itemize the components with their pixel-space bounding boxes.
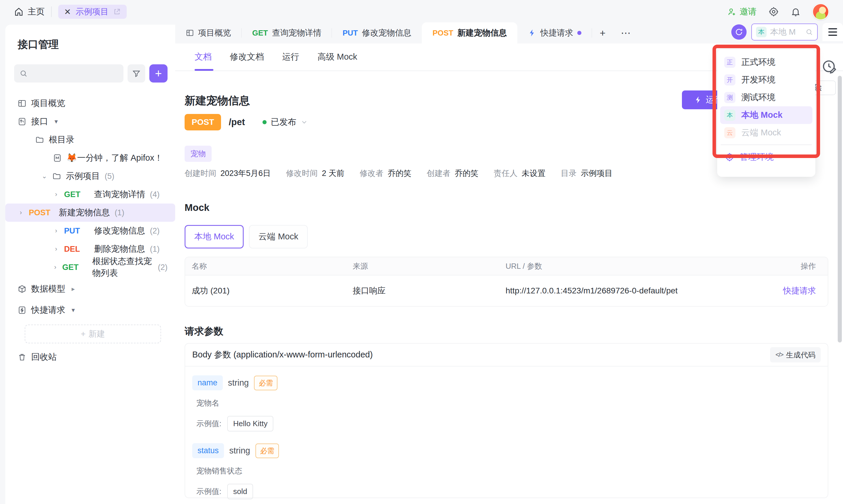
generate-code-button[interactable]: </> 生成代码 [770,347,821,362]
status-dot [263,120,267,124]
sidebar-endpoint-get-pet[interactable]: › GET 查询宠物详情 (4) [13,185,168,203]
env-label: 本地 Mock [741,109,783,121]
meta-value: 乔的笑 [455,168,478,179]
meta-value: 未设置 [522,168,546,179]
meta-label: 目录 [561,168,577,179]
invite-button[interactable]: 邀请 [727,6,757,18]
project-tab-pill[interactable]: ✕ 示例项目 [58,5,127,19]
tab-get-pet-detail[interactable]: GET 查询宠物详情 [242,22,332,43]
quick-request-link[interactable]: 快捷请求 [763,285,828,296]
param-type: string [229,446,250,455]
col-name: 名称 [185,261,353,271]
mock-heading: Mock [185,202,209,213]
new-quick-request-button[interactable]: + 新建 [25,325,161,343]
sidebar-item-trash[interactable]: 回收站 [13,348,168,366]
sidebar-item-overview[interactable]: 项目概览 [13,94,168,112]
chevron-right-icon[interactable]: › [53,227,59,235]
tag-chip[interactable]: 宠物 [185,146,212,162]
meta-value: 示例项目 [581,168,613,179]
new-button-label: 新建 [88,328,105,340]
param-desc: 宠物名 [196,398,821,408]
api-section-label: 接口 [31,116,48,127]
request-params-heading: 请求参数 [185,325,223,338]
endpoint-label: 根据状态查找宠物列表 [92,255,153,279]
generate-code-label: 生成代码 [786,350,815,360]
env-badge: 正 [724,57,735,68]
user-avatar[interactable] [812,3,829,20]
endpoint-count: (1) [150,245,160,254]
required-badge: 必需 [256,444,279,458]
param-desc: 宠物销售状态 [196,466,821,476]
chevron-right-icon[interactable]: › [18,209,24,216]
param-name-chip: status [192,443,224,458]
cloud-mock-button[interactable]: 云端 Mock [249,225,308,249]
env-item-production[interactable]: 正 正式环境 [720,53,812,71]
example-folder-label: 示例项目 [66,170,100,182]
chevron-down-icon [300,119,308,126]
required-badge: 必需 [254,376,278,390]
endpoint-label: 查询宠物详情 [94,188,145,200]
sidebar-section-data-models[interactable]: 数据模型 ▸ [13,280,168,298]
sidebar-section-api[interactable]: 接口 ▾ [13,112,168,131]
subtab-edit-docs[interactable]: 修改文档 [230,43,264,71]
publish-status[interactable]: 已发布 [263,116,308,128]
close-icon[interactable]: ✕ [64,7,71,17]
method-badge: GET [62,263,88,272]
search-input[interactable] [14,64,123,83]
chevron-down-icon[interactable]: ⌄ [41,173,48,180]
gear-icon[interactable] [768,6,779,17]
env-item-development[interactable]: 开 开发环境 [720,71,812,89]
sidebar-folder-root[interactable]: 根目录 [13,131,168,149]
manage-env-label: 管理环境 [739,151,774,163]
sidebar-endpoint-get-find[interactable]: › GET 根据状态查找宠物列表 (2) [13,258,168,276]
sidebar-section-quick-request[interactable]: 快捷请求 ▾ [13,301,168,319]
overview-grid-icon [186,29,194,37]
sync-icon[interactable] [731,24,747,40]
manage-environments-button[interactable]: 管理环境 [720,148,812,166]
env-item-local-mock-selected[interactable]: 本 本地 Mock [720,106,812,124]
table-row: 成功 (201) 接口响应 http://127.0.0.1:4523/m1/2… [185,275,828,306]
local-mock-button[interactable]: 本地 Mock [185,225,244,249]
chevron-right-icon[interactable]: › [53,264,58,271]
tab-strip: 项目概览 GET 查询宠物详情 PUT 修改宠物信息 POST 新建宠物信息 快… [175,22,843,43]
mock-mode-toggle: 本地 Mock 云端 Mock [185,225,308,249]
sidebar-doc-intro[interactable]: 🦊一分钟，了解 Apifox！ [13,149,168,167]
more-tabs-button[interactable]: ⋯ [613,22,639,43]
subtab-run[interactable]: 运行 [282,43,299,71]
add-button[interactable]: + [149,64,168,83]
chevron-right-icon[interactable]: › [53,191,59,198]
chevron-down-icon: ▾ [70,306,76,314]
home-button[interactable]: 主页 [14,6,45,18]
env-item-testing[interactable]: 测 测试环境 [720,89,812,106]
sidebar-folder-example[interactable]: ⌄ 示例项目 (5) [13,167,168,185]
bell-icon[interactable] [791,7,801,17]
bolt-icon [694,96,702,104]
new-tab-button[interactable]: + [592,22,613,43]
trash-label: 回收站 [31,351,57,363]
subtab-advanced-mock[interactable]: 高级 Mock [317,43,357,71]
example-folder-count: (5) [105,172,115,181]
tab-post-pet-active[interactable]: POST 新建宠物信息 [422,22,517,43]
filter-button[interactable] [127,64,145,83]
sidebar-endpoint-post-pet[interactable]: › POST 新建宠物信息 (1) [5,203,175,222]
top-bar: 主页 ✕ 示例项目 邀请 [0,0,843,23]
env-item-cloud-mock-disabled[interactable]: 云 云端 Mock [720,124,812,142]
tab-quick-request[interactable]: 快捷请求 [517,22,592,43]
history-icon[interactable] [821,58,838,75]
mock-table-header: 名称 来源 URL / 参数 操作 [185,257,828,275]
tab-put-pet[interactable]: PUT 修改宠物信息 [332,22,422,43]
endpoint-path: /pet [229,117,245,127]
meta-label: 修改时间 [286,168,318,179]
environment-selector[interactable]: 本 本地 M [751,23,818,40]
sidebar-endpoint-put-pet[interactable]: › PUT 修改宠物信息 (2) [13,222,168,240]
chevron-right-icon[interactable]: › [53,245,59,253]
tab-project-overview[interactable]: 项目概览 [175,22,242,43]
subtab-docs[interactable]: 文档 [195,43,212,71]
external-link-icon[interactable] [113,8,121,16]
quick-request-label: 快捷请求 [31,304,65,316]
col-action: 操作 [763,261,828,271]
hamburger-menu-button[interactable] [822,23,843,41]
meta-value: 2 天前 [322,168,345,179]
env-badge: 本 [724,110,735,121]
scrollbar-thumb[interactable] [838,76,842,342]
